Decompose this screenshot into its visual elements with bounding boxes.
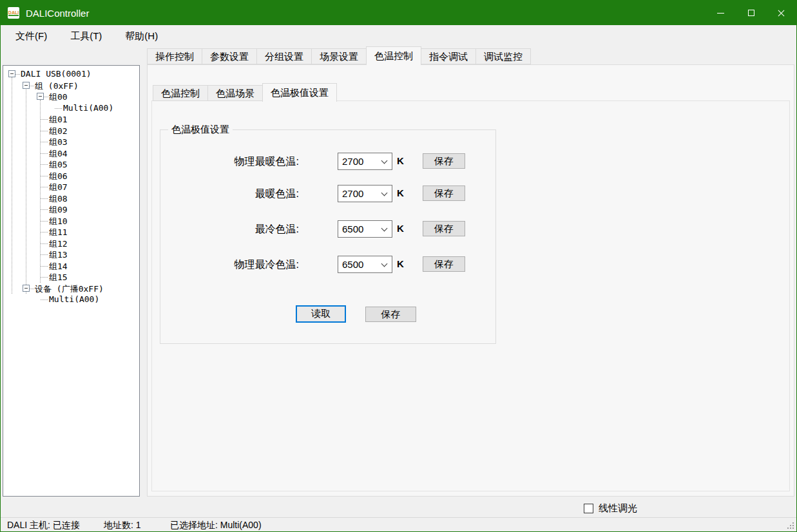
tree-row[interactable]: 组13 [3, 249, 139, 260]
cct-value-combobox[interactable]: 2700 [338, 153, 392, 170]
tree-expander-icon[interactable] [8, 70, 15, 77]
tree-connector [41, 221, 48, 222]
tree-row[interactable]: Multi(A00) [3, 294, 139, 305]
cct-row-label: 最冷色温: [160, 223, 299, 236]
tree-connector [55, 108, 62, 109]
tree-item-label: 组01 [49, 114, 68, 126]
cct-limits-groupbox: 色温极值设置 物理最暖色温:2700K保存最暖色温:2700K保存最冷色温:65… [160, 129, 496, 344]
tree-connector [41, 142, 48, 142]
tree-connector [41, 277, 48, 278]
chevron-down-icon [381, 225, 388, 232]
tree-item-label: 设备 (广播0xFF) [35, 283, 104, 295]
tree-row[interactable]: 组05 [3, 158, 139, 170]
cct-value-combobox[interactable]: 6500 [338, 220, 392, 238]
row-save-button[interactable]: 保存 [423, 221, 465, 236]
row-save-button[interactable]: 保存 [423, 153, 465, 169]
tree-connector [41, 119, 48, 120]
tree-connector [15, 74, 20, 75]
cct-value-combobox[interactable]: 2700 [338, 185, 392, 202]
close-button[interactable] [766, 1, 796, 25]
cct-row-label: 最暖色温: [160, 187, 299, 201]
sub-tab-2[interactable]: 色温极值设置 [262, 83, 337, 102]
tree-connector [41, 232, 48, 233]
read-button[interactable]: 读取 [296, 305, 346, 323]
main-tab-0[interactable]: 操作控制 [147, 48, 202, 64]
tree-expander-icon[interactable] [37, 93, 44, 100]
tree-row[interactable]: 组04 [3, 147, 139, 159]
tree-row[interactable]: 组11 [3, 226, 139, 238]
tree-row[interactable]: 设备 (广播0xFF) [3, 283, 139, 294]
tree-row[interactable]: 组15 [3, 271, 139, 283]
tree-row[interactable]: 组03 [3, 136, 139, 147]
cct-row-label: 物理最冷色温: [160, 258, 299, 272]
tree-connector [41, 243, 48, 244]
tree-expander-icon[interactable] [23, 82, 30, 89]
tree-row[interactable]: 组02 [3, 125, 139, 137]
tree-row[interactable]: 组07 [3, 181, 139, 193]
cct-combobox-value: 6500 [342, 259, 363, 270]
row-save-button[interactable]: 保存 [423, 185, 465, 201]
cct-value-combobox[interactable]: 6500 [338, 256, 392, 273]
main-tab-6[interactable]: 调试监控 [475, 48, 531, 64]
app-icon: DALI [8, 7, 19, 19]
row-save-button[interactable]: 保存 [423, 256, 465, 272]
tree-row[interactable]: 组01 [3, 113, 139, 125]
tree-row[interactable]: 组08 [3, 193, 139, 204]
tree-item-label: 组11 [49, 227, 68, 238]
tree-connector [41, 153, 48, 154]
sub-tab-1[interactable]: 色温场景 [207, 85, 263, 101]
tree-row[interactable]: 组14 [3, 260, 139, 272]
linear-dimming-label: 线性调光 [599, 502, 637, 515]
tree-item-label: 组02 [49, 126, 68, 137]
unit-label: K [397, 258, 404, 269]
tree-row[interactable]: 组12 [3, 238, 139, 249]
window-controls [706, 1, 796, 25]
linear-dimming-checkbox[interactable] [584, 504, 593, 513]
status-selected-address: 已选择地址: Multi(A00) [170, 520, 262, 531]
tree-item-label: 组15 [49, 272, 68, 283]
tree-row[interactable]: 组10 [3, 215, 139, 227]
unit-label: K [397, 155, 404, 166]
menu-item-2[interactable]: 帮助(H) [119, 28, 164, 45]
chevron-down-icon [381, 158, 388, 164]
menu-item-0[interactable]: 文件(F) [9, 28, 53, 45]
tree-connector [41, 164, 48, 165]
close-icon [777, 9, 785, 17]
groupbox-title: 色温极值设置 [168, 124, 233, 136]
save-all-button[interactable]: 保存 [365, 307, 416, 322]
cct-combobox-value: 2700 [342, 156, 363, 167]
menu-bar: 文件(F)工具(T)帮助(H) [1, 25, 796, 47]
menu-item-1[interactable]: 工具(T) [64, 28, 108, 45]
chevron-down-icon [381, 261, 388, 267]
device-tree: DALI USB(0001)组 (0xFF)组00Multi(A00)组01组0… [3, 65, 140, 497]
main-tab-4[interactable]: 色温控制 [366, 46, 421, 65]
resize-grip[interactable] [792, 527, 794, 529]
tree-row[interactable]: Multi(A00) [3, 102, 139, 114]
tree-item-label: 组03 [49, 137, 68, 148]
unit-label: K [397, 187, 404, 198]
tree-guide-2 [40, 100, 41, 283]
main-tab-2[interactable]: 分组设置 [256, 48, 312, 64]
tree-row[interactable]: 组09 [3, 204, 139, 215]
tree-expander-icon[interactable] [23, 285, 30, 292]
tree-row[interactable]: 组 (0xFF) [3, 80, 139, 91]
tree-connector [41, 198, 48, 199]
tree-item-label: 组04 [49, 148, 68, 160]
sub-tab-0[interactable]: 色温控制 [153, 85, 208, 101]
tree-item-label: 组07 [49, 182, 68, 193]
main-tab-1[interactable]: 参数设置 [202, 48, 257, 64]
tree-item-label: 组 (0xFF) [35, 81, 79, 92]
chevron-down-icon [381, 190, 388, 196]
tree-row[interactable]: 组06 [3, 170, 139, 182]
tree-connector [41, 187, 48, 187]
tree-connector [41, 131, 48, 131]
main-tab-3[interactable]: 场景设置 [311, 48, 367, 64]
tree-row[interactable]: 组00 [3, 91, 139, 102]
minimize-icon [717, 13, 724, 14]
maximize-button[interactable] [736, 1, 766, 25]
main-tab-5[interactable]: 指令调试 [421, 48, 476, 64]
minimize-button[interactable] [706, 1, 736, 25]
app-window: DALI DALIController 文件(F)工具(T)帮助(H) DALI… [0, 0, 797, 532]
tree-connector [41, 266, 48, 267]
tree-row[interactable]: DALI USB(0001) [3, 68, 139, 80]
